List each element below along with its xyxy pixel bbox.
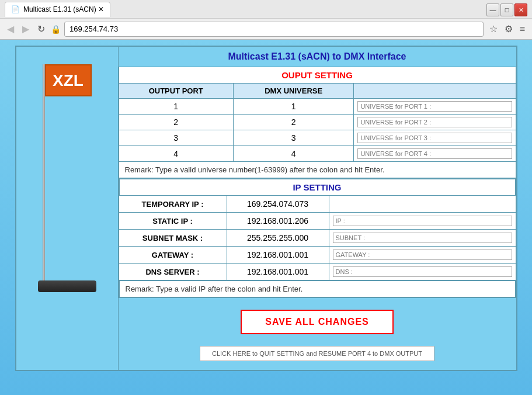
static-ip-input-cell [329,213,516,229]
temporary-ip-empty [329,196,516,212]
port-3: 3 [119,130,233,146]
page-icon: 🔒 [51,25,61,34]
gateway-input-cell [329,247,516,263]
dmx-universe-header: DMX UNIVERSE [233,84,353,99]
tab-icon: 📄 [11,5,20,13]
port-1: 1 [119,99,233,115]
window-titlebar: 📄 Multicast E1.31 (sACN) ✕ — □ ✕ [0,0,532,19]
dns-server-label: DNS SERVER : [119,264,227,280]
universe-port3-input[interactable] [357,133,512,143]
page-title: Multicast E1.31 (sACN) to DMX Interface [119,47,516,67]
address-bar[interactable] [64,22,484,37]
subnet-input-cell [329,230,516,246]
browser-controls: ◀ ▶ ↻ 🔒 ☆ ⚙ ≡ [0,19,532,40]
universe-port1-input[interactable] [357,101,512,112]
browser-tab[interactable]: 📄 Multicast E1.31 (sACN) ✕ [5,2,110,17]
subnet-mask-row: SUBNET MASK : 255.255.255.000 [119,230,516,247]
universe-4: 4 [233,146,353,162]
save-section: SAVE ALL CHANGES [119,298,516,343]
table-row: 2 2 [119,115,516,130]
ip-section-header: IP SETTING [119,179,516,196]
universe-input-cell-1 [354,99,516,115]
window-controls: — □ ✕ [486,4,527,16]
static-ip-value: 192.168.001.206 [227,213,329,229]
universe-1: 1 [233,99,353,115]
universe-input-cell-2 [354,115,516,130]
universe-input-cell-4 [354,146,516,162]
temporary-ip-value: 169.254.074.073 [227,196,329,212]
universe-2: 2 [233,115,353,130]
flag-base [38,280,96,292]
table-row: 3 3 [119,130,516,146]
static-ip-input[interactable] [333,216,512,226]
port-4: 4 [119,146,233,162]
content-panel: Multicast E1.31 (sACN) to DMX Interface … [119,47,516,370]
close-button[interactable]: ✕ [514,4,527,16]
browser-settings-button[interactable]: ⚙ [502,22,515,36]
back-button[interactable]: ◀ [5,22,16,36]
universe-3: 3 [233,130,353,146]
save-all-changes-button[interactable]: SAVE ALL CHANGES [241,310,394,334]
dns-server-value: 192.168.001.001 [227,264,329,280]
table-row: 4 4 [119,146,516,162]
logo-flag: XZL [45,64,92,96]
maximize-button[interactable]: □ [500,4,513,16]
main-container: XZL Multicast E1.31 (sACN) to DMX Interf… [15,46,517,371]
forward-button[interactable]: ▶ [20,22,32,36]
page-background: XZL Multicast E1.31 (sACN) to DMX Interf… [0,40,532,395]
dns-server-row: DNS SERVER : 192.168.001.001 [119,264,516,280]
subnet-input[interactable] [333,233,512,243]
flag-pole-stick [43,64,45,280]
refresh-button[interactable]: ↻ [35,22,47,36]
tab-title: Multicast E1.31 (sACN) ✕ [23,5,104,13]
gateway-value: 192.168.001.001 [227,247,329,263]
gateway-input[interactable] [333,250,512,260]
universe-input-header [354,84,516,99]
ip-remark: Remark: Type a valid IP after the colon … [119,280,516,297]
temporary-ip-label: TEMPORARY IP : [119,196,227,212]
bookmark-button[interactable]: ☆ [487,22,500,36]
universe-port4-input[interactable] [357,148,512,159]
universe-input-cell-3 [354,130,516,146]
dns-input[interactable] [333,266,512,277]
subnet-mask-value: 255.255.255.000 [227,230,329,246]
static-ip-row: STATIC IP : 192.168.001.206 [119,213,516,230]
static-ip-label: STATIC IP : [119,213,227,229]
output-table: OUPUT SETTING OUTPUT PORT DMX UNIVERSE 1… [119,67,516,178]
universe-port2-input[interactable] [357,117,512,127]
output-section-header: OUPUT SETTING [119,67,516,84]
dns-input-cell [329,264,516,280]
menu-button[interactable]: ≡ [517,22,527,36]
output-port-header: OUTPUT PORT [119,84,233,99]
logo-panel: XZL [16,47,119,370]
subnet-mask-label: SUBNET MASK : [119,230,227,246]
gateway-row: GATEWAY : 192.168.001.001 [119,247,516,264]
table-row: 1 1 [119,99,516,115]
flag-pole: XZL [38,64,96,292]
quit-section: CLICK HERE to QUIT SETTING and RESUME PO… [119,346,516,370]
quit-setting-button[interactable]: CLICK HERE to QUIT SETTING and RESUME PO… [200,346,434,361]
ip-section: IP SETTING TEMPORARY IP : 169.254.074.07… [119,178,516,298]
port-2: 2 [119,115,233,130]
temporary-ip-row: TEMPORARY IP : 169.254.074.073 [119,196,516,213]
gateway-label: GATEWAY : [119,247,227,263]
output-remark: Remark: Type a valid universe number(1-6… [119,162,516,178]
minimize-button[interactable]: — [486,4,499,16]
